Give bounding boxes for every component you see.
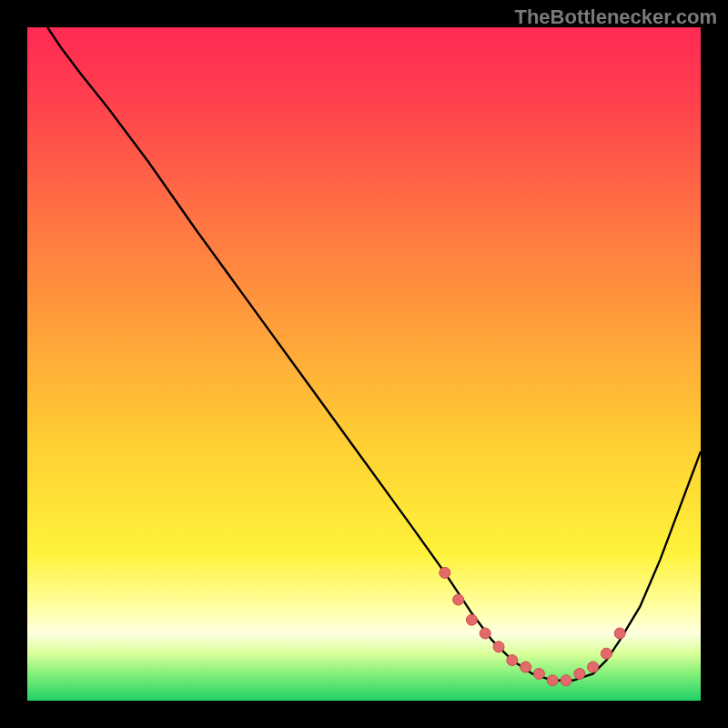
valley-dot: [507, 655, 518, 666]
watermark-text: TheBottlenecker.com: [514, 5, 717, 29]
valley-dot: [453, 594, 464, 605]
valley-dot: [561, 675, 571, 686]
gradient-background: [27, 27, 701, 701]
valley-dot: [588, 662, 599, 672]
valley-dot: [574, 668, 585, 679]
valley-dot: [480, 628, 490, 639]
valley-dot: [614, 628, 625, 639]
valley-dot: [440, 567, 450, 578]
bottleneck-chart: [27, 27, 701, 701]
valley-dot: [601, 648, 612, 659]
valley-dot: [521, 662, 531, 672]
valley-dot: [493, 642, 504, 652]
valley-dot: [547, 675, 558, 686]
valley-dot: [533, 668, 544, 679]
valley-dot: [466, 614, 477, 625]
